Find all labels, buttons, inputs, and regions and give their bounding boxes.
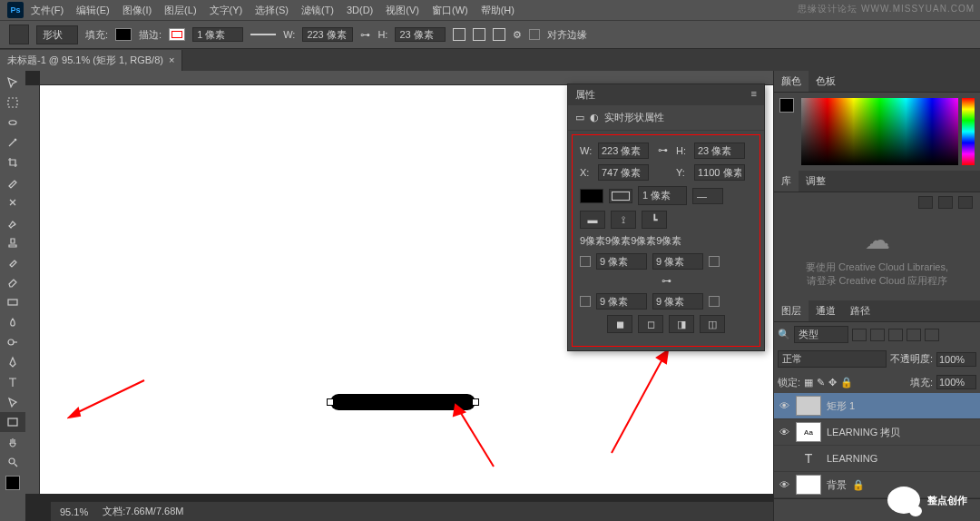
ruler-vertical[interactable] <box>25 85 40 494</box>
lib-icon-1[interactable] <box>918 196 933 209</box>
eyedropper-tool[interactable] <box>0 172 25 192</box>
pathop-exclude-icon[interactable]: ◫ <box>700 315 725 333</box>
stroke-width-input[interactable] <box>192 27 243 42</box>
arrange-icon[interactable] <box>493 28 505 41</box>
corner-bl-input[interactable] <box>596 293 647 310</box>
pathop-intersect-icon[interactable]: ◨ <box>669 315 694 333</box>
prop-x-input[interactable] <box>598 164 649 181</box>
prop-h-input[interactable] <box>694 143 745 159</box>
prop-fill-swatch[interactable] <box>580 189 603 203</box>
pen-tool[interactable] <box>0 352 25 372</box>
path-select-tool[interactable] <box>0 392 25 412</box>
stroke-caps-icon[interactable]: ⟟ <box>611 211 636 229</box>
lib-icon-3[interactable] <box>958 196 973 209</box>
eraser-tool[interactable] <box>0 272 25 292</box>
tab-libraries[interactable]: 库 <box>774 171 799 192</box>
brush-tool[interactable] <box>0 212 25 232</box>
prop-y-input[interactable] <box>694 164 745 181</box>
stroke-align-icon[interactable]: ▬ <box>580 211 605 229</box>
panel-menu-icon[interactable]: ≡ <box>751 88 757 102</box>
align-edges-checkbox[interactable] <box>529 29 540 40</box>
pathop-subtract-icon[interactable]: ◻ <box>638 315 663 333</box>
menu-image[interactable]: 图像(I) <box>117 2 157 19</box>
wand-tool[interactable] <box>0 133 25 152</box>
lasso-tool[interactable] <box>0 113 25 133</box>
pathop-combine-icon[interactable]: ◼ <box>607 315 632 333</box>
filter-img-icon[interactable] <box>852 329 867 341</box>
layer-thumb[interactable] <box>796 396 821 416</box>
menu-view[interactable]: 视图(V) <box>380 2 425 19</box>
menu-edit[interactable]: 编辑(E) <box>71 2 115 19</box>
filter-shape-icon[interactable] <box>906 329 921 341</box>
zoom-level[interactable]: 95.1% <box>60 506 88 517</box>
hue-slider[interactable] <box>962 98 975 165</box>
link-wh-icon[interactable]: ⊶ <box>654 144 671 157</box>
stroke-corners-icon[interactable]: ┗ <box>642 211 667 229</box>
filter-txt-icon[interactable] <box>888 329 903 341</box>
fill-swatch[interactable] <box>115 28 132 41</box>
fg-bg-color-icon[interactable] <box>779 98 794 113</box>
move-tool[interactable] <box>0 73 25 93</box>
visibility-icon[interactable]: 👁 <box>778 400 790 411</box>
gradient-tool[interactable] <box>0 292 25 312</box>
corner-bl-check[interactable] <box>580 296 591 307</box>
close-tab-icon[interactable]: × <box>169 54 174 65</box>
lock-all-icon[interactable]: 🔒 <box>840 377 853 388</box>
rectangle-tool[interactable] <box>0 412 25 432</box>
corner-br-check[interactable] <box>709 296 720 307</box>
fill-opacity-input[interactable] <box>936 375 976 389</box>
prop-w-input[interactable] <box>598 143 649 159</box>
corner-tr-check[interactable] <box>709 256 720 267</box>
corner-tr-input[interactable] <box>652 253 703 270</box>
heal-tool[interactable] <box>0 192 25 212</box>
tab-swatches[interactable]: 色板 <box>808 71 843 92</box>
properties-panel[interactable]: 属性≡ ▭ ◐ 实时形状属性 W: ⊶ H: X: Y: 1 像素 — ▬ ⟟ <box>567 84 765 351</box>
shape-mode-select[interactable]: 形状 <box>36 25 78 44</box>
prop-stroke-style[interactable]: — <box>692 188 723 204</box>
corner-br-input[interactable] <box>652 293 703 310</box>
stroke-style-icon[interactable] <box>250 34 276 35</box>
layer-thumb[interactable]: Aa <box>796 422 821 442</box>
filter-smart-icon[interactable] <box>925 329 939 341</box>
tab-color[interactable]: 颜色 <box>774 71 808 92</box>
document-tab[interactable]: 未标题-1 @ 95.1% (矩形 1, RGB/8) × <box>0 50 182 71</box>
layer-name[interactable]: LEARNING 拷贝 <box>827 426 900 439</box>
lock-trans-icon[interactable]: ▦ <box>804 377 813 388</box>
layer-row[interactable]: T LEARNING <box>774 446 980 472</box>
tool-preset-icon[interactable] <box>9 25 29 44</box>
stroke-swatch[interactable] <box>169 28 185 41</box>
link-layers-icon[interactable] <box>840 503 857 517</box>
corner-tl-check[interactable] <box>580 256 591 267</box>
tab-layers[interactable]: 图层 <box>774 300 808 321</box>
layer-name[interactable]: 矩形 1 <box>827 399 855 413</box>
blend-mode-select[interactable]: 正常 <box>778 350 887 368</box>
color-field[interactable] <box>801 98 958 165</box>
foreground-background-colors[interactable] <box>5 476 20 490</box>
height-input[interactable] <box>395 27 446 42</box>
color-picker[interactable] <box>774 93 980 171</box>
menu-file[interactable]: 文件(F) <box>25 2 69 19</box>
tab-channels[interactable]: 通道 <box>808 300 843 321</box>
hand-tool[interactable] <box>0 432 25 452</box>
layer-row[interactable]: 👁 Aa LEARNING 拷贝 <box>774 419 980 446</box>
gear-icon[interactable]: ⚙ <box>513 29 522 41</box>
menu-filter[interactable]: 滤镜(T) <box>296 2 339 19</box>
lock-pos-icon[interactable]: ✥ <box>828 377 837 388</box>
crop-tool[interactable] <box>0 152 25 172</box>
lock-paint-icon[interactable]: ✎ <box>817 377 825 388</box>
menu-3d[interactable]: 3D(D) <box>341 3 378 17</box>
layer-thumb[interactable] <box>796 475 821 495</box>
menu-type[interactable]: 文字(Y) <box>204 2 249 19</box>
visibility-icon[interactable]: 👁 <box>778 479 790 490</box>
stamp-tool[interactable] <box>0 232 25 252</box>
filter-adj-icon[interactable] <box>870 329 885 341</box>
width-input[interactable] <box>302 27 353 42</box>
path-ops-icon[interactable] <box>453 28 466 41</box>
prop-stroke-width[interactable]: 1 像素 <box>638 186 687 205</box>
link-wh-icon[interactable]: ⊶ <box>360 29 370 41</box>
menu-layer[interactable]: 图层(L) <box>159 2 201 19</box>
menu-select[interactable]: 选择(S) <box>250 2 294 19</box>
blur-tool[interactable] <box>0 312 25 332</box>
align-icon[interactable] <box>473 28 485 41</box>
menu-window[interactable]: 窗口(W) <box>426 2 474 19</box>
